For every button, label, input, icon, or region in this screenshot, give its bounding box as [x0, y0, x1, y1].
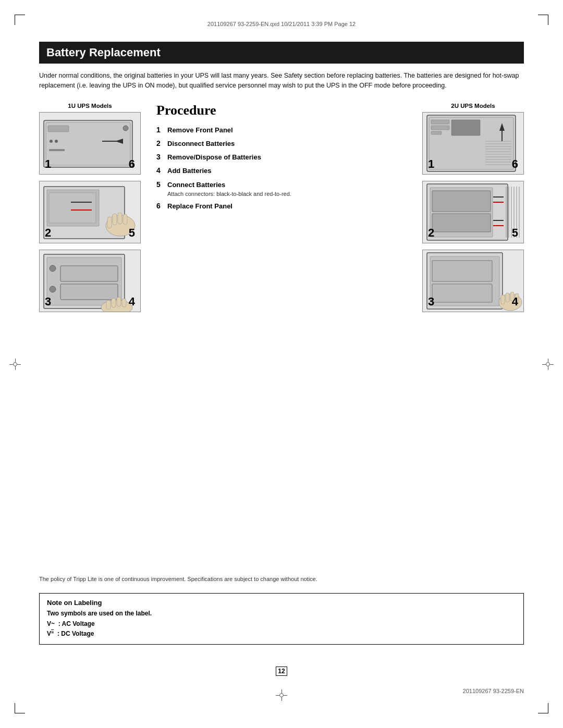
- step-badge-5: 5: [129, 226, 135, 240]
- diagram-2u-top: 1 6: [422, 112, 524, 175]
- step-number-5: 5: [156, 180, 165, 189]
- diagram-1u-top-svg: [40, 113, 141, 175]
- step-badge-1: 1: [45, 157, 51, 171]
- svg-rect-50: [432, 191, 491, 212]
- footer-note: The policy of Tripp Lite is one of conti…: [39, 576, 524, 582]
- svg-rect-16: [113, 214, 117, 225]
- column-center: Procedure 1 Remove Front Panel 2 Disconn…: [151, 103, 412, 215]
- step-text-6: Replace Front Panel: [167, 202, 232, 210]
- step-item-1: 1 Remove Front Panel: [156, 126, 407, 135]
- svg-rect-51: [432, 214, 491, 232]
- step-badge-2u-1: 1: [428, 157, 434, 171]
- svg-rect-29: [122, 299, 126, 307]
- step-item-4: 4 Add Batteries: [156, 166, 407, 176]
- step-badge-4: 4: [129, 295, 135, 309]
- diagram-2u-middle: 2 5: [422, 181, 524, 243]
- page: 201109267 93-2259-EN.qxd 10/21/2011 3:39…: [0, 0, 563, 728]
- crop-mark-bl: [15, 703, 25, 713]
- crop-mark-tr: [538, 15, 548, 25]
- svg-rect-32: [431, 120, 449, 124]
- svg-rect-15: [107, 217, 112, 228]
- note-box-detail: V~ : AC Voltage V= : DC Voltage: [47, 619, 516, 639]
- diagram-2u-bottom: 3 4: [422, 250, 524, 312]
- step-text-3: Remove/Dispose of Batteries: [167, 153, 261, 161]
- svg-point-5: [55, 140, 58, 143]
- diagram-1u-bottom: 3 4: [39, 250, 141, 312]
- diagram-1u-middle-svg: [40, 181, 141, 243]
- diagram-1u-bottom-svg: [40, 250, 141, 312]
- step-number-3: 3: [156, 153, 165, 161]
- svg-rect-23: [60, 266, 118, 281]
- note-detail-line-2: V= : DC Voltage: [47, 629, 516, 639]
- print-header: 201109267 93-2259-EN.qxd 10/21/2011 3:39…: [207, 21, 356, 27]
- svg-rect-27: [112, 298, 116, 307]
- svg-point-22: [50, 286, 56, 292]
- step-number-6: 6: [156, 202, 165, 210]
- svg-rect-18: [123, 214, 127, 225]
- svg-point-3: [123, 126, 128, 131]
- step-badge-3: 3: [45, 295, 51, 309]
- intro-paragraph: Under normal conditions, the original ba…: [39, 71, 524, 91]
- note-box-title: Note on Labeling: [47, 599, 516, 607]
- svg-rect-11: [49, 193, 96, 223]
- svg-rect-26: [106, 300, 111, 310]
- svg-rect-6: [49, 149, 65, 151]
- step-text-5: Connect Batteries: [167, 181, 225, 189]
- step-item-3: 3 Remove/Dispose of Batteries: [156, 153, 407, 162]
- crosshair-bottom: [276, 689, 287, 701]
- col-right-label: 2U UPS Models: [422, 103, 524, 109]
- step-subtext-5: Attach connectors: black-to-black and re…: [167, 190, 291, 198]
- crop-mark-tl: [15, 15, 25, 25]
- svg-rect-35: [451, 120, 480, 135]
- svg-rect-33: [431, 126, 449, 130]
- svg-rect-17: [118, 213, 122, 224]
- crosshair-left: [9, 359, 21, 370]
- svg-rect-34: [431, 131, 442, 134]
- page-number: 12: [276, 667, 287, 676]
- title-bar: Battery Replacement: [39, 42, 524, 64]
- step-badge-2u-4: 4: [512, 295, 518, 309]
- diagram-1u-middle: 2 5: [39, 181, 141, 243]
- step-text-4: Add Batteries: [167, 167, 212, 175]
- note-box-symbols: Two symbols are used on the label.: [47, 610, 516, 617]
- step-text-1: Remove Front Panel: [167, 126, 233, 134]
- procedure-steps: 1 Remove Front Panel 2 Disconnect Batter…: [156, 126, 407, 211]
- procedure-title: Procedure: [156, 103, 407, 118]
- svg-rect-65: [432, 284, 492, 302]
- step-badge-6: 6: [129, 157, 135, 171]
- step-badge-2u-2: 2: [428, 226, 434, 240]
- step-number-1: 1: [156, 126, 165, 134]
- step-badge-2u-6: 6: [512, 157, 518, 171]
- note-box: Note on Labeling Two symbols are used on…: [39, 593, 524, 645]
- main-content: Battery Replacement Under normal conditi…: [39, 42, 524, 318]
- svg-rect-28: [117, 297, 121, 306]
- diagram-2u-middle-svg: [423, 181, 524, 243]
- crop-mark-br: [538, 703, 548, 713]
- svg-rect-64: [432, 261, 492, 281]
- step-item-5: 5 Connect Batteries Attach connectors: b…: [156, 180, 407, 198]
- step-badge-2: 2: [45, 226, 51, 240]
- diagram-2u-bottom-svg: [423, 250, 524, 312]
- step-number-2: 2: [156, 139, 165, 147]
- footer-doc-number: 201109267 93-2259-EN: [463, 688, 524, 694]
- column-right: 2U UPS Models: [422, 103, 524, 318]
- content-layout: 1U UPS Models: [39, 103, 524, 318]
- svg-rect-24: [60, 284, 118, 300]
- step-item-6: 6 Replace Front Panel: [156, 202, 407, 211]
- step-number-4: 4: [156, 166, 165, 175]
- step-text-2: Disconnect Batteries: [167, 140, 235, 147]
- svg-point-4: [50, 140, 53, 143]
- step-item-2: 2 Disconnect Batteries: [156, 139, 407, 149]
- column-left: 1U UPS Models: [39, 103, 141, 318]
- diagram-1u-top: 1 6: [39, 112, 141, 175]
- diagram-2u-top-svg: [423, 113, 524, 175]
- note-detail-line-1: V~ : AC Voltage: [47, 619, 516, 629]
- crosshair-right: [542, 359, 554, 370]
- svg-rect-2: [48, 126, 69, 132]
- step-badge-2u-5: 5: [512, 226, 518, 240]
- step-badge-2u-3: 3: [428, 295, 434, 309]
- page-title: Battery Replacement: [46, 46, 517, 59]
- svg-rect-67: [501, 295, 505, 304]
- svg-rect-68: [506, 293, 509, 302]
- svg-point-21: [50, 265, 56, 272]
